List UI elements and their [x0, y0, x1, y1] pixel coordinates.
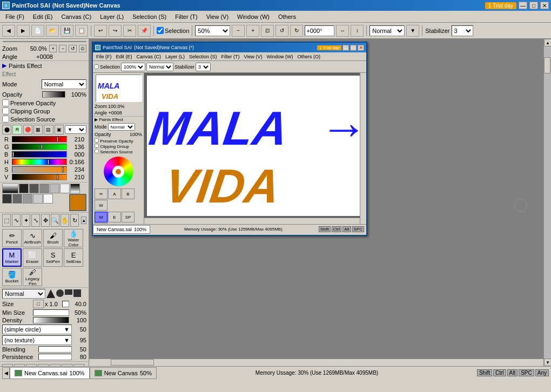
swatch-white2[interactable]	[43, 194, 53, 204]
nested-edit[interactable]: Edit (E)	[114, 53, 135, 60]
status-tab-1[interactable]: New Canvas.sai 100%	[10, 367, 90, 379]
nested-selection-src-cb[interactable]	[95, 149, 99, 153]
swatch-dark[interactable]	[19, 184, 29, 193]
blending-slider[interactable]	[38, 346, 72, 353]
menu-filter[interactable]: Filter (T)	[171, 12, 202, 21]
texture-select[interactable]: (no texture) ▼	[2, 335, 72, 345]
scroll-thumb[interactable]	[544, 57, 550, 73]
rotate-right-btn[interactable]: ↻	[290, 25, 303, 37]
nested-clipping-cb[interactable]	[95, 144, 99, 148]
status-tab-2[interactable]: New Canvas 50%	[90, 367, 157, 379]
nested-seleras-btn[interactable]: SE	[95, 223, 107, 224]
hand-btn[interactable]: ✋	[61, 214, 69, 227]
nested-color-wheel[interactable]	[104, 157, 133, 186]
nested-window-menu[interactable]: Window (W)	[264, 53, 295, 60]
min-size-slider[interactable]	[33, 309, 69, 316]
toolbar-new-btn[interactable]: 📄	[31, 25, 44, 37]
swatch-dark2[interactable]	[2, 194, 12, 204]
preserve-opacity-checkbox[interactable]	[2, 99, 9, 106]
toolbar-next-btn[interactable]: ▶	[17, 25, 30, 37]
new-layer-btn[interactable]: 📄	[2, 364, 13, 366]
status-left-scroll[interactable]: ◀	[2, 367, 10, 379]
nested-normal-select[interactable]: Normal	[146, 63, 173, 71]
nested-min-btn[interactable]: —	[342, 45, 349, 51]
v-slider[interactable]	[12, 174, 67, 180]
size-slider[interactable]	[62, 301, 69, 307]
select-rect-btn[interactable]: ⬚	[2, 214, 11, 227]
toolbar-open-btn[interactable]: 📂	[46, 25, 59, 37]
color-control-select[interactable]: ▼	[65, 125, 86, 134]
minimize-button[interactable]: —	[519, 2, 527, 9]
r-slider[interactable]	[12, 136, 67, 143]
nested-preserve-cb[interactable]	[95, 138, 99, 143]
seleras-btn[interactable]: E SelEras	[64, 248, 83, 267]
swatch-gradient-bw[interactable]	[2, 184, 18, 193]
nested-view[interactable]: View (V)	[242, 53, 265, 60]
stabilizer-select[interactable]: 3	[452, 25, 473, 36]
toolbar-prev-btn[interactable]: ◀	[2, 25, 15, 37]
opacity-slider[interactable]	[42, 91, 65, 98]
nested-canvas[interactable]: Canvas (C)	[135, 53, 164, 60]
bucket-btn[interactable]: 🪣 Bucket	[2, 268, 22, 286]
flip-h-btn[interactable]: ↔	[336, 25, 349, 37]
scroll-track[interactable]	[544, 46, 551, 359]
canvas-content[interactable]: PaintTool SAI (Not Saved)New Canvas (*) …	[89, 39, 543, 359]
layer-up-btn[interactable]: ▲	[38, 364, 49, 366]
h-scrollbar[interactable]	[89, 359, 543, 366]
menu-others[interactable]: Others	[274, 12, 300, 21]
zoom-decrease-btn[interactable]: −	[59, 45, 66, 52]
color-rgb-btn[interactable]: R	[12, 125, 22, 134]
swatch-vert[interactable]	[70, 184, 80, 193]
menu-window[interactable]: Window (W)	[233, 12, 274, 21]
tip-square-btn[interactable]	[73, 289, 81, 297]
v-scrollbar[interactable]: ▲ ▼	[543, 39, 551, 366]
toolbar-paste-btn[interactable]: 📌	[138, 25, 151, 37]
nested-marker-btn-active[interactable]: M	[95, 212, 107, 222]
color-picker-btn[interactable]: 🔴	[23, 125, 32, 134]
toolbar-undo-btn[interactable]: ↩	[94, 25, 107, 37]
clipping-group-checkbox[interactable]	[2, 107, 9, 114]
h-slider[interactable]	[12, 159, 67, 165]
brush-btn[interactable]: 🖌 Brush	[43, 229, 63, 247]
h-scrollbar-thumb[interactable]	[111, 359, 154, 366]
nested-stabilizer-select[interactable]: 3	[196, 63, 211, 71]
layer-merge-btn[interactable]: ⊞	[62, 364, 72, 366]
menu-layer[interactable]: Layer (L)	[96, 12, 128, 21]
zoom-tool-btn[interactable]: 🔍	[51, 214, 59, 227]
mode-select[interactable]: Normal	[42, 79, 86, 89]
shape-select[interactable]: (simple circle) ▼	[2, 325, 72, 334]
nested-tab1[interactable]: New Canvas.sai 100%	[93, 225, 150, 234]
nested-others[interactable]: Others (O)	[295, 53, 322, 60]
pencil-btn[interactable]: ✏ Pencil	[2, 229, 22, 247]
tip-triangle-btn[interactable]	[46, 289, 55, 298]
rotation-circle[interactable]	[514, 199, 527, 212]
rotation-input[interactable]	[305, 25, 334, 36]
menu-file[interactable]: File (F)	[1, 12, 29, 21]
nested-max-btn[interactable]: □	[350, 45, 357, 51]
marker-btn[interactable]: M Marker	[2, 248, 22, 267]
toolbar-copy-btn[interactable]: 📋	[75, 25, 88, 37]
nested-pencil-btn[interactable]: ✏	[95, 188, 107, 199]
selection-source-checkbox[interactable]	[2, 116, 9, 123]
menu-edit[interactable]: Edit (E)	[29, 12, 57, 21]
nested-selpen-btn[interactable]: SP	[122, 212, 135, 222]
copy-layer-btn[interactable]: 📋	[14, 364, 25, 366]
color-custom-btn[interactable]: ▣	[55, 125, 64, 134]
nested-airbrush-btn[interactable]: A	[108, 188, 121, 199]
toolbar-redo-btn[interactable]: ↪	[109, 25, 122, 37]
nested-selection[interactable]: Selection (S)	[187, 53, 219, 60]
tip-round-btn[interactable]	[56, 289, 64, 297]
selection-checkbox[interactable]	[157, 27, 164, 34]
swatch-gray[interactable]	[39, 184, 49, 193]
eraser-btn[interactable]: ⬜ Eraser	[23, 248, 42, 267]
brush-mode-select[interactable]: Normal	[2, 289, 45, 299]
nested-eraser-btn[interactable]: E	[108, 212, 121, 222]
reset-view-btn[interactable]: ⊙	[79, 45, 86, 52]
swatch-mid[interactable]	[29, 184, 39, 193]
layer-down-btn[interactable]: ▼	[50, 364, 61, 366]
zoom-fit-btn[interactable]: ⊡	[261, 25, 274, 37]
color-gradient-btn[interactable]: ▤	[44, 125, 53, 134]
b-slider[interactable]	[12, 151, 67, 158]
legacy-pen-btn[interactable]: 🖋 Legacy Pen	[23, 268, 42, 286]
toolbar-save-btn[interactable]: 💾	[61, 25, 73, 37]
